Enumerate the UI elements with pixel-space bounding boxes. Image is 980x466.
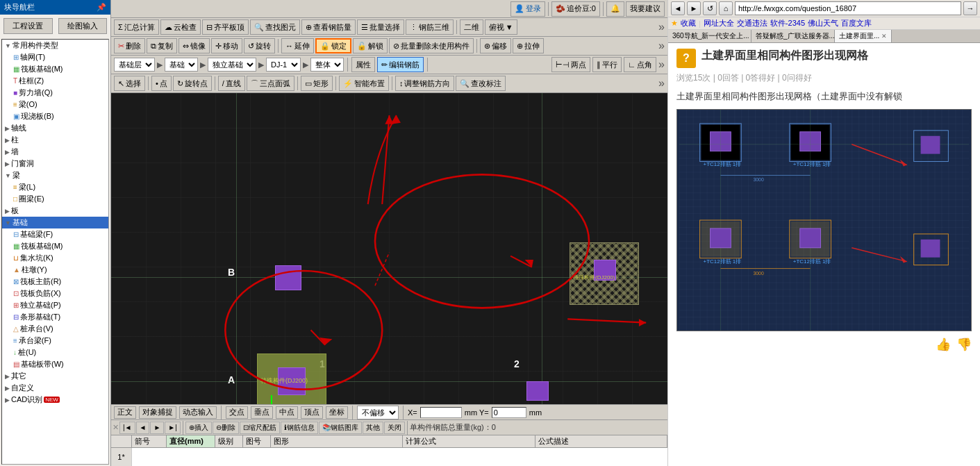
home-btn[interactable]: ⌂ [719,1,733,15]
close-table-btn[interactable]: 关闭 [384,422,405,434]
tree-item-shear[interactable]: ■ 剪力墙(Q) [2,87,108,99]
component-type-select[interactable]: 独立基础 [208,58,256,72]
login-btn[interactable]: 👤 登录 [510,1,545,17]
layer-type-select[interactable]: 基础 [165,58,198,72]
expand-icon[interactable]: ▶ [5,125,10,132]
snap-btn[interactable]: 对象捕捉 [139,406,176,419]
tree-item-raft-found[interactable]: ▦ 筏板基础(M) [2,63,108,75]
rotate-point-btn[interactable]: ↻ 旋转点 [173,76,212,91]
insert-row-btn[interactable]: ⊕ 插入 [185,422,212,434]
tree-item-iso-found[interactable]: ⊞ 独立基础(P) [2,299,108,311]
tree-item-pile[interactable]: ↓ 桩(U) [2,347,108,358]
thumbs-down-icon[interactable]: 👎 [956,337,972,352]
view-rebar-btn[interactable]: ⊕ 查看钢筋量 [301,19,356,35]
refresh-btn[interactable]: ↺ [703,1,717,15]
delete-btn[interactable]: ✂ 删除 [114,38,145,53]
suggest-btn[interactable]: 我要建议 [626,1,665,17]
tree-item-slab[interactable]: ▶ 板 [2,205,108,217]
tree-item-ring-beam[interactable]: □ 圈梁(E) [2,193,108,205]
expand-toolbar2-icon[interactable]: » [658,40,665,52]
point-tool-btn[interactable]: • 点 [151,76,172,91]
expand-icon[interactable]: ▶ [5,160,10,167]
other-btn[interactable]: 其他 [363,422,383,434]
bookmark-favorites[interactable]: 收藏 [681,18,696,28]
tab-answer[interactable]: 答疑解惑_广联达服务器... ✕ [751,30,835,42]
next-page-btn[interactable]: ►| [165,422,181,434]
tree-item-doorwin[interactable]: ▶ 门窗洞 [2,158,108,169]
feedback-btn[interactable]: 🔔 [606,1,624,17]
tree-item-found-beam[interactable]: ⊟ 基础梁(F) [2,228,108,240]
2d-btn[interactable]: 二维 [460,19,483,35]
extend-btn[interactable]: ↔ 延伸 [281,38,314,53]
x-input[interactable] [420,407,462,418]
two-point-btn[interactable]: ⊢⊣ 两点 [551,57,590,72]
tree-item-pit[interactable]: ⊔ 集水坑(K) [2,252,108,264]
lock-btn[interactable]: 🔒 锁定 [315,38,351,53]
tree-item-wall[interactable]: ▶ 墙 [2,146,108,158]
tree-item-foundation[interactable]: ▼ 基础 [2,217,108,228]
batch-delete-btn[interactable]: ⊘ 批量删除未使用构件 [389,38,474,53]
tree-item-raft-bot[interactable]: ⊡ 筏板负筋(X) [2,288,108,299]
tab-close-icon[interactable]: ✕ [881,33,887,40]
tree-item-beam2[interactable]: ▼ 梁 [2,169,108,181]
mid-btn[interactable]: 中点 [276,406,298,419]
tree-item-beam[interactable]: ≡ 梁(O) [2,99,108,110]
expand-icon[interactable]: ▼ [5,172,11,179]
move-btn[interactable]: ✛ 移动 [211,38,242,53]
expand-toolbar-icon[interactable]: » [658,21,665,33]
bookmark-software[interactable]: 软件-2345 [770,18,805,28]
tab-question[interactable]: 土建界面里... ✕ [835,30,892,42]
tab-360[interactable]: 360导航_新一代安全上... ✕ [668,30,751,42]
bookmark-url[interactable]: 网址大全 [704,18,734,28]
left-panel-pin[interactable]: 📌 [97,3,106,12]
expand-icon[interactable]: ▶ [5,208,10,215]
address-bar[interactable] [735,1,961,15]
delete-row-btn[interactable]: ⊖ 删除 [213,422,239,434]
point-angle-btn[interactable]: ∟ 点角 [624,57,656,72]
find-elem-btn[interactable]: 🔍 查找图元 [250,19,300,35]
forward-btn[interactable]: ► [687,1,701,15]
summary-btn[interactable]: Σ 汇总计算 [114,19,159,35]
vertex-btn[interactable]: 顶点 [301,406,323,419]
rotate-btn[interactable]: ↺ 旋转 [244,38,275,53]
layer-select[interactable]: 基础层 [114,58,155,72]
expand-icon[interactable]: ▼ [5,42,11,49]
snap-mode-select[interactable]: 不偏移 [357,406,399,419]
perp-btn[interactable]: 垂点 [251,406,273,419]
mode-select[interactable]: 整体 [310,58,344,72]
element-b-purple[interactable] [275,265,301,290]
tree-item-raft-top[interactable]: ⊠ 筏板主筋(R) [2,276,108,288]
align-btn[interactable]: ⊟ 齐平板顶 [202,19,249,35]
properties-btn[interactable]: 属性 [351,57,375,72]
next-btn[interactable]: ► [150,422,164,434]
smart-layout-btn[interactable]: ⚡ 智能布置 [339,76,389,91]
expand-icon[interactable]: ▶ [5,373,10,380]
offset-btn[interactable]: ⊛ 偏移 [480,38,511,53]
tree-item-common[interactable]: ▼ 常用构件类型 [2,40,108,51]
coord-btn[interactable]: 坐标 [326,406,348,419]
copy-btn[interactable]: ⧉ 复制 [147,38,177,53]
stretch-btn[interactable]: ⊕ 拉伸 [513,38,544,53]
expand-icon[interactable]: ▼ [5,219,11,226]
cloud-check-btn[interactable]: ☁ 云检查 [160,19,201,35]
intersect-btn[interactable]: 交点 [226,406,248,419]
tree-item-beam-l[interactable]: ≡ 梁(L) [2,181,108,193]
dynamic-input-btn[interactable]: 动态输入 [179,406,217,419]
expand-icon[interactable]: ▶ [5,137,10,144]
tree-item-col2[interactable]: ▶ 柱 [2,134,108,146]
tree-item-custom[interactable]: ▶ 自定义 [2,382,108,394]
tree-item-cad[interactable]: ▶ CAD识别 NEW [2,394,108,406]
tree-item-other[interactable]: ▶ 其它 [2,370,108,382]
bookmark-traffic[interactable]: 交通违法 [737,18,767,28]
draw-input-btn[interactable]: 绘图输入 [58,18,108,34]
tree-item-raft[interactable]: ▦ 筏板基础(M) [2,240,108,252]
prev-btn[interactable]: ◄ [136,422,150,434]
element-right-purple[interactable] [526,381,549,401]
expand-icon[interactable]: ▶ [5,397,10,403]
tree-item-col[interactable]: T 柱框(Z) [2,75,108,87]
bookmark-baidu[interactable]: 百度文库 [841,18,872,28]
price-btn[interactable]: 🫘 追价豆:0 [551,1,600,17]
expand-icon[interactable]: ▶ [5,385,10,392]
prev-page-btn[interactable]: |◄ [119,422,135,434]
tree-item-pile-cap[interactable]: △ 桩承台(V) [2,323,108,335]
